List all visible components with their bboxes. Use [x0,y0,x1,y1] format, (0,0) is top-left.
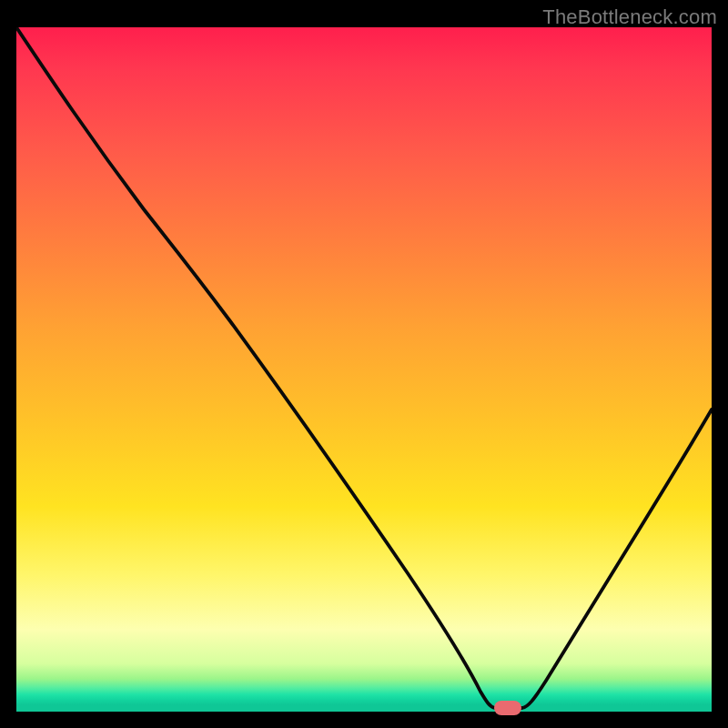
minimum-marker [494,701,521,715]
curve-svg [16,27,712,712]
watermark-text: TheBottleneck.com [542,5,717,29]
chart-frame: TheBottleneck.com [0,0,728,728]
bottleneck-curve [16,27,712,708]
plot-area [16,27,712,712]
